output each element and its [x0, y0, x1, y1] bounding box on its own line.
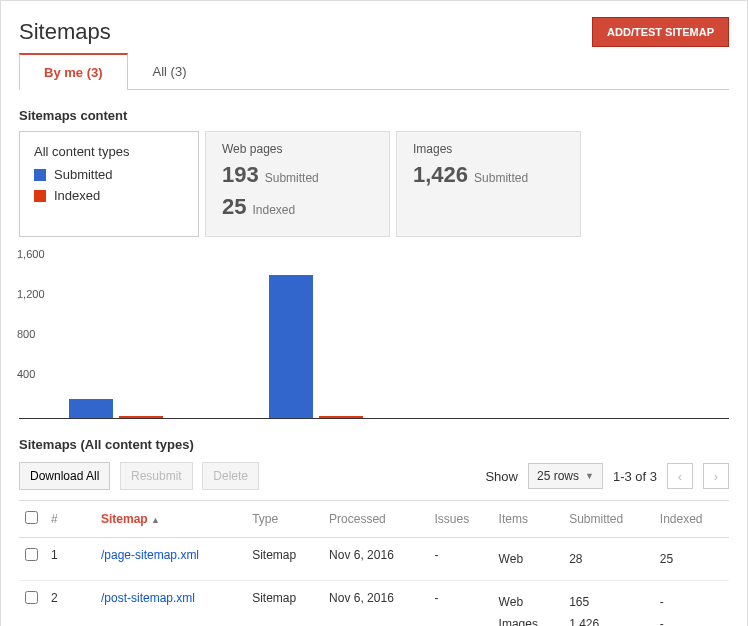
row-num: 1	[45, 538, 95, 581]
submitted-label: Submitted	[265, 171, 319, 185]
stats-images: Images 1,426Submitted	[396, 131, 581, 237]
item-indexed: 25	[660, 548, 723, 570]
stats-web-pages: Web pages 193Submitted 25Indexed	[205, 131, 390, 237]
item-submitted: 1,426	[569, 613, 648, 626]
row-processed: Nov 6, 2016	[323, 581, 428, 627]
row-issues: -	[428, 581, 492, 627]
table-row: 2/post-sitemap.xmlSitemapNov 6, 2016-Web…	[19, 581, 729, 627]
prev-page-button[interactable]: ‹	[667, 463, 693, 489]
sitemap-link[interactable]: /post-sitemap.xml	[101, 591, 195, 605]
chart: 4008001,2001,600	[19, 249, 729, 419]
row-checkbox[interactable]	[25, 591, 38, 604]
legend-item-submitted: Submitted	[34, 167, 184, 182]
col-sitemap[interactable]: Sitemap ▲	[95, 501, 246, 538]
bar-indexed	[119, 416, 163, 419]
table-row: 1/page-sitemap.xmlSitemapNov 6, 2016-Web…	[19, 538, 729, 581]
item-indexed: -	[660, 613, 723, 626]
row-type: Sitemap	[246, 581, 323, 627]
submitted-label: Submitted	[474, 171, 528, 185]
legend-label: Submitted	[54, 167, 113, 182]
col-submitted[interactable]: Submitted	[563, 501, 654, 538]
chevron-down-icon: ▼	[585, 471, 594, 481]
col-num[interactable]: #	[45, 501, 95, 538]
page-title: Sitemaps	[19, 19, 111, 45]
item-submitted: 28	[569, 548, 648, 570]
row-checkbox[interactable]	[25, 548, 38, 561]
item-kind: Web	[499, 591, 558, 613]
y-axis-tick: 1,600	[17, 248, 45, 260]
col-processed[interactable]: Processed	[323, 501, 428, 538]
web-submitted-value: 193	[222, 162, 259, 187]
pagination-range: 1-3 of 3	[613, 469, 657, 484]
col-issues[interactable]: Issues	[428, 501, 492, 538]
row-type: Sitemap	[246, 538, 323, 581]
section-sitemaps-content: Sitemaps content	[19, 108, 729, 123]
bar-indexed	[319, 416, 363, 418]
indexed-label: Indexed	[252, 203, 295, 217]
resubmit-button[interactable]: Resubmit	[120, 462, 193, 490]
tabs: By me (3) All (3)	[19, 53, 729, 90]
legend-item-indexed: Indexed	[34, 188, 184, 203]
stats-title: Images	[413, 142, 564, 156]
select-all-checkbox[interactable]	[25, 511, 38, 524]
add-sitemap-button[interactable]: ADD/TEST SITEMAP	[592, 17, 729, 47]
row-issues: -	[428, 538, 492, 581]
col-sitemap-label: Sitemap	[101, 512, 148, 526]
item-kind: Web	[499, 548, 558, 570]
legend-swatch-submitted	[34, 169, 46, 181]
row-num: 2	[45, 581, 95, 627]
y-axis-tick: 400	[17, 368, 35, 380]
col-items[interactable]: Items	[493, 501, 564, 538]
download-all-button[interactable]: Download All	[19, 462, 110, 490]
tab-by-me[interactable]: By me (3)	[19, 53, 128, 90]
show-label: Show	[485, 469, 518, 484]
item-kind: Images	[499, 613, 558, 626]
web-indexed-value: 25	[222, 194, 246, 219]
y-axis-tick: 800	[17, 328, 35, 340]
delete-button[interactable]: Delete	[202, 462, 259, 490]
legend-box: All content types Submitted Indexed	[19, 131, 199, 237]
tab-all[interactable]: All (3)	[128, 53, 212, 90]
legend-title: All content types	[34, 144, 184, 159]
item-submitted: 165	[569, 591, 648, 613]
sort-asc-icon: ▲	[151, 515, 160, 525]
images-submitted-value: 1,426	[413, 162, 468, 187]
y-axis-tick: 1,200	[17, 288, 45, 300]
stats-title: Web pages	[222, 142, 373, 156]
rows-selector[interactable]: 25 rows ▼	[528, 463, 603, 489]
legend-label: Indexed	[54, 188, 100, 203]
rows-selector-value: 25 rows	[537, 469, 579, 483]
col-indexed[interactable]: Indexed	[654, 501, 729, 538]
row-processed: Nov 6, 2016	[323, 538, 428, 581]
bar-submitted	[269, 275, 313, 418]
sitemap-link[interactable]: /page-sitemap.xml	[101, 548, 199, 562]
item-indexed: -	[660, 591, 723, 613]
bar-submitted	[69, 399, 113, 418]
legend-swatch-indexed	[34, 190, 46, 202]
next-page-button[interactable]: ›	[703, 463, 729, 489]
section-table-title: Sitemaps (All content types)	[19, 437, 729, 452]
sitemaps-table: # Sitemap ▲ Type Processed Issues Items …	[19, 500, 729, 626]
col-type[interactable]: Type	[246, 501, 323, 538]
